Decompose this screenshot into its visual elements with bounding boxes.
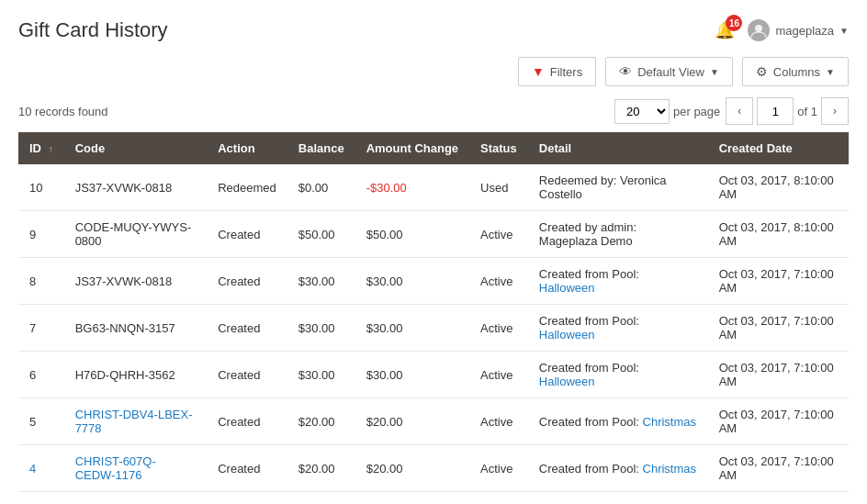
cell-balance: $0.00 <box>287 164 355 211</box>
cell-created-date: Oct 03, 2017, 7:10:00 AM <box>708 398 849 445</box>
col-status[interactable]: Status <box>469 132 528 164</box>
cell-status: Active <box>469 211 528 258</box>
columns-button[interactable]: ⚙ Columns ▼ <box>742 57 849 86</box>
sort-icon: ↑ <box>49 144 53 154</box>
eye-icon: 👁 <box>619 64 632 79</box>
col-id[interactable]: ID ↑ <box>18 132 64 164</box>
cell-balance: $30.00 <box>287 258 355 305</box>
cell-amount-change: $30.00 <box>355 352 469 398</box>
table-row: 3CHRIST-U2NE-NFTB-1410Created$20.00$20.0… <box>18 492 849 505</box>
view-label: Default View <box>637 65 704 79</box>
cell-detail: Created from Pool: Christmas <box>528 398 708 445</box>
cell-id: 3 <box>18 492 64 505</box>
detail-link[interactable]: Halloween <box>539 375 595 388</box>
code-link[interactable]: CHRIST-DBV4-LBEX-7778 <box>75 408 193 435</box>
cell-id: 8 <box>18 258 64 305</box>
cell-created-date: Oct 03, 2017, 8:10:00 AM <box>708 164 849 211</box>
detail-link[interactable]: Christmas <box>643 462 697 476</box>
cell-status: Used <box>469 164 528 211</box>
code-link[interactable]: CHRIST-607Q-CEDW-1176 <box>75 454 156 482</box>
detail-prefix: Created from Pool: <box>539 415 643 429</box>
table-row: 7BG63-NNQN-3157Created$30.00$30.00Active… <box>18 305 849 352</box>
cell-id: 7 <box>18 305 64 352</box>
cell-created-date: Oct 03, 2017, 7:10:00 AM <box>708 305 849 352</box>
table-row: 6H76D-QHRH-3562Created$30.00$30.00Active… <box>18 352 849 398</box>
avatar <box>748 19 770 41</box>
cell-created-date: Oct 03, 2017, 7:10:00 AM <box>708 492 849 505</box>
filter-button[interactable]: ▼ Filters <box>518 57 596 86</box>
cell-amount-change: $50.00 <box>355 211 469 258</box>
detail-prefix: Created from Pool: <box>539 361 639 375</box>
per-page-dropdown[interactable]: 20 50 100 200 <box>614 99 670 124</box>
notification-bell[interactable]: 🔔 16 <box>715 20 735 40</box>
detail-link[interactable]: Halloween <box>539 281 595 295</box>
cell-code: BG63-NNQN-3157 <box>64 305 208 352</box>
table-row: 4CHRIST-607Q-CEDW-1176Created$20.00$20.0… <box>18 445 849 492</box>
cell-action: Redeemed <box>207 164 287 211</box>
cell-code: JS37-XVWK-0818 <box>64 258 208 305</box>
columns-chevron-icon: ▼ <box>826 67 835 77</box>
col-code[interactable]: Code <box>64 132 208 164</box>
cell-balance: $50.00 <box>287 211 355 258</box>
page-nav: ‹ of 1 › <box>726 97 849 125</box>
toolbar: ▼ Filters 👁 Default View ▼ ⚙ Columns ▼ <box>18 57 849 86</box>
cell-action: Created <box>207 398 287 445</box>
cell-created-date: Oct 03, 2017, 7:10:00 AM <box>708 352 849 398</box>
detail-link[interactable]: Halloween <box>539 328 595 342</box>
cell-balance: $30.00 <box>287 305 355 352</box>
cell-detail: Created from Pool: Halloween <box>528 305 708 352</box>
cell-status: Active <box>469 352 528 398</box>
results-bar: 10 records found 20 50 100 200 per page … <box>18 97 849 125</box>
svg-point-0 <box>755 25 762 32</box>
cell-action: Created <box>207 305 287 352</box>
cell-balance: $20.00 <box>287 492 355 505</box>
prev-page-button[interactable]: ‹ <box>726 97 753 125</box>
col-created-date[interactable]: Created Date <box>708 132 849 164</box>
cell-status: Active <box>469 305 528 352</box>
cell-id: 6 <box>18 352 64 398</box>
cell-amount-change: $20.00 <box>355 445 469 492</box>
col-balance[interactable]: Balance <box>287 132 355 164</box>
col-action[interactable]: Action <box>207 132 287 164</box>
gear-icon: ⚙ <box>756 64 768 79</box>
col-amount-change[interactable]: Amount Change <box>355 132 469 164</box>
cell-detail: Created from Pool: Christmas <box>528 492 708 505</box>
user-menu[interactable]: mageplaza ▼ <box>748 19 849 41</box>
cell-status: Active <box>469 258 528 305</box>
chevron-down-icon: ▼ <box>839 26 849 36</box>
view-chevron-icon: ▼ <box>710 67 719 77</box>
table-row: 5CHRIST-DBV4-LBEX-7778Created$20.00$20.0… <box>18 398 849 445</box>
cell-created-date: Oct 03, 2017, 7:10:00 AM <box>708 258 849 305</box>
cell-status: Active <box>469 445 528 492</box>
table-row: 9CODE-MUQY-YWYS-0800Created$50.00$50.00A… <box>18 211 849 258</box>
cell-detail: Created from Pool: Halloween <box>528 352 708 398</box>
cell-id: 9 <box>18 211 64 258</box>
view-button[interactable]: 👁 Default View ▼ <box>605 57 733 86</box>
next-page-button[interactable]: › <box>821 97 849 125</box>
pagination: 20 50 100 200 per page ‹ of 1 › <box>614 97 849 125</box>
cell-id: 5 <box>18 398 64 445</box>
gift-card-table: ID ↑ Code Action Balance Amount Change S… <box>18 132 849 504</box>
col-detail[interactable]: Detail <box>528 132 708 164</box>
filter-label: Filters <box>550 65 582 79</box>
cell-action: Created <box>207 258 287 305</box>
cell-status: Active <box>469 492 528 505</box>
page-input[interactable] <box>757 97 794 125</box>
id-link[interactable]: 4 <box>29 462 36 476</box>
cell-amount-change: $30.00 <box>355 258 469 305</box>
user-area: 🔔 16 mageplaza ▼ <box>715 19 849 41</box>
cell-action: Created <box>207 492 287 505</box>
cell-code: JS37-XVWK-0818 <box>64 164 208 211</box>
cell-code: CHRIST-DBV4-LBEX-7778 <box>64 398 208 445</box>
cell-detail: Created by admin: Mageplaza Demo <box>528 211 708 258</box>
columns-label: Columns <box>773 65 820 79</box>
detail-link[interactable]: Christmas <box>643 415 697 429</box>
cell-created-date: Oct 03, 2017, 7:10:00 AM <box>708 445 849 492</box>
cell-balance: $20.00 <box>287 398 355 445</box>
cell-code: CODE-MUQY-YWYS-0800 <box>64 211 208 258</box>
cell-id: 4 <box>18 445 64 492</box>
per-page-select: 20 50 100 200 per page <box>614 99 720 124</box>
cell-detail: Redeemed by: Veronica Costello <box>528 164 708 211</box>
cell-amount-change: $20.00 <box>355 492 469 505</box>
cell-balance: $30.00 <box>287 352 355 398</box>
